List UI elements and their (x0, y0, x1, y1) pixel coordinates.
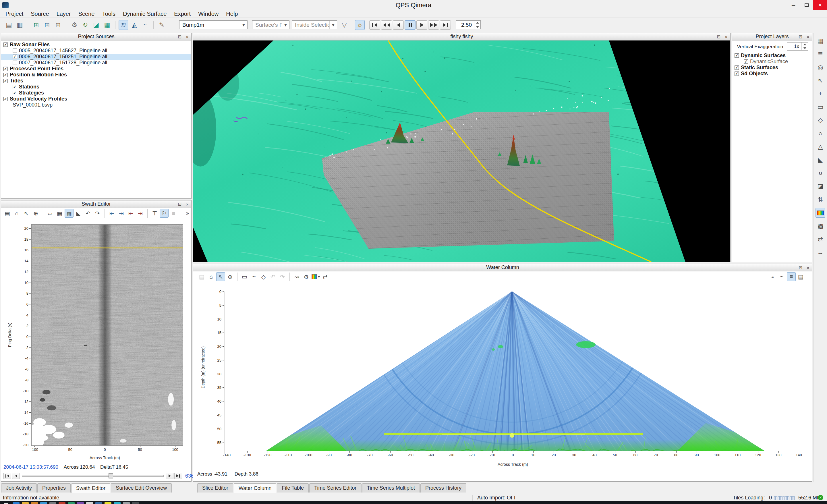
taskbar-app-2[interactable] (22, 502, 29, 504)
tree-checkbox[interactable]: ✓ (3, 79, 8, 83)
target-icon[interactable]: ¤ (816, 168, 825, 178)
menu-item-scene[interactable]: Scene (75, 10, 98, 18)
slider-track[interactable] (22, 475, 164, 477)
amplitude-view-icon[interactable]: ≈ (768, 272, 777, 281)
taskbar-app-4[interactable] (40, 502, 47, 504)
float-panel-icon[interactable]: ⊡ (177, 34, 183, 39)
tree-checkbox[interactable]: ✓ (13, 55, 17, 59)
menu-item-tools[interactable]: Tools (98, 10, 119, 18)
add-position-files-icon[interactable]: ⊞ (53, 20, 63, 30)
tree-checkbox[interactable]: ✓ (735, 71, 739, 76)
first-ping-button[interactable] (3, 473, 11, 479)
tree-checkbox[interactable] (13, 61, 17, 65)
tab-water-column[interactable]: Water Column (234, 483, 276, 493)
float-panel-icon[interactable]: ⊡ (798, 265, 804, 270)
close-panel-icon[interactable]: × (723, 35, 729, 39)
files-filter-combo[interactable]: Surface's Files ▼ (252, 20, 289, 29)
menu-item-dynamic-surface[interactable]: Dynamic Surface (119, 10, 170, 18)
minimize-button[interactable]: – (787, 0, 800, 10)
taskbar-app-9[interactable] (86, 502, 93, 504)
start-button[interactable] (2, 502, 10, 504)
tree-checkbox[interactable]: ✓ (735, 53, 739, 58)
display-settings-icon[interactable]: ⚙ (302, 272, 311, 281)
tab-process-history[interactable]: Process History (421, 483, 466, 493)
swath-image[interactable] (32, 224, 183, 445)
grid-surface-icon[interactable]: ▦ (102, 20, 112, 30)
grid-icon[interactable]: ▦ (55, 209, 64, 218)
lasso-select-icon[interactable]: ~ (249, 272, 258, 281)
taskbar-app-8[interactable] (77, 502, 84, 504)
tree-item-processed-point-files[interactable]: ✓Processed Point Files (1, 66, 191, 72)
tab-properties[interactable]: Properties (37, 483, 70, 493)
add-raw-sonar-icon[interactable]: ⊞ (31, 20, 41, 30)
skip-start-button[interactable] (369, 20, 380, 30)
flag-beams-icon[interactable]: ⚐ (160, 209, 168, 218)
zoom-icon[interactable]: ⊕ (226, 272, 235, 281)
grid-table-icon[interactable]: ▦ (816, 36, 825, 46)
zoom-icon[interactable]: ⊕ (31, 209, 40, 218)
rewind-button[interactable] (381, 20, 392, 30)
float-panel-icon[interactable]: ⊡ (716, 34, 722, 39)
close-button[interactable]: × (813, 0, 827, 10)
tree-item-0006-20040617-150251-pingeline-all[interactable]: ✓0006_20040617_150251_Pingeline.all (1, 54, 191, 60)
close-panel-icon[interactable]: × (805, 35, 811, 39)
last-ping-button[interactable] (174, 473, 182, 479)
tree-item-tides[interactable]: ✓Tides (1, 78, 191, 84)
selection-mode-combo[interactable]: Inside Selection ▼ (292, 20, 337, 29)
menu-item-layer[interactable]: Layer (53, 10, 75, 18)
swap-views-icon[interactable]: ⇄ (816, 234, 825, 244)
tree-item-svp-00001-bsvp[interactable]: SVP_00001.bsvp (1, 102, 191, 108)
pan-view-icon[interactable]: ↔ (816, 248, 825, 257)
tree-item-dynamicsurface[interactable]: ✓DynamicSurface (732, 59, 812, 65)
matrix-icon[interactable]: ▩ (64, 209, 74, 218)
processing-settings-icon[interactable]: ⚙ (69, 20, 79, 30)
tree-checkbox[interactable]: ✓ (13, 91, 17, 95)
reprocess-icon[interactable]: ↻ (81, 20, 90, 30)
taskbar-app-14[interactable] (132, 502, 139, 504)
menu-item-project[interactable]: Project (2, 10, 27, 18)
close-panel-icon[interactable]: × (805, 265, 811, 270)
step-back-button[interactable] (393, 20, 404, 30)
pause-button[interactable] (404, 20, 416, 30)
fast-forward-button[interactable] (428, 20, 439, 30)
tree-checkbox[interactable]: ✓ (744, 59, 748, 64)
tree-item-sd-objects[interactable]: ✓Sd Objects (732, 71, 812, 77)
float-panel-icon[interactable]: ⊡ (177, 202, 183, 207)
taskbar-app-3[interactable] (31, 502, 38, 504)
tree-item-0005-20040617-145627-pingeline-all[interactable]: 0005_20040617_145627_Pingeline.all (1, 48, 191, 54)
scene-3d-canvas[interactable] (193, 41, 730, 262)
surface-combo[interactable]: Bump1m ▼ (179, 20, 247, 29)
menu-item-help[interactable]: Help (222, 10, 242, 18)
menu-item-source[interactable]: Source (27, 10, 53, 18)
taskbar-app-7[interactable] (68, 502, 75, 504)
prev-flagged-icon[interactable]: ⇤ (126, 209, 135, 218)
grid3d-icon[interactable]: ▩ (816, 221, 825, 231)
undo-icon[interactable]: ↶ (269, 272, 277, 281)
tree-checkbox[interactable]: ✓ (735, 65, 739, 70)
spin-up-button[interactable] (474, 21, 480, 25)
tab-time-series-multiplot[interactable]: Time Series Multiplot (362, 483, 420, 493)
taskbar-app-5[interactable] (49, 502, 56, 504)
water-column-toggle-icon[interactable]: ◭ (130, 20, 139, 30)
tree-item-stations[interactable]: ✓Stations (1, 84, 191, 90)
tab-job-activity[interactable]: Job Activity (1, 483, 37, 493)
next-ping-icon[interactable]: ⇥ (117, 209, 126, 218)
save-icon[interactable]: ▤ (3, 209, 12, 218)
profile-toggle-icon[interactable]: ~ (140, 20, 150, 30)
tree-checkbox[interactable]: ✓ (13, 85, 17, 89)
tree-item-sound-velocity-profiles[interactable]: ✓Sound Velocity Profiles (1, 96, 191, 102)
ellipse-select-icon[interactable]: ○ (816, 129, 825, 139)
menu-item-export[interactable]: Export (170, 10, 194, 18)
slider-thumb[interactable] (108, 473, 113, 478)
taskbar-app-12[interactable] (114, 502, 120, 504)
menu-item-window[interactable]: Window (194, 10, 222, 18)
tab-surface-edit-overview[interactable]: Surface Edit Overview (111, 483, 172, 493)
tree-item-strategies[interactable]: ✓Strategies (1, 90, 191, 96)
tree-checkbox[interactable] (13, 49, 17, 53)
taskbar-app-13[interactable] (123, 502, 130, 504)
polygon-select-icon[interactable]: ◇ (259, 272, 268, 281)
taskbar-app-11[interactable] (104, 502, 111, 504)
filter-settings-icon[interactable]: ≡ (169, 209, 178, 218)
play-button[interactable] (417, 20, 427, 30)
tree-item-0007-20040617-151728-pingeline-all[interactable]: 0007_20040617_151728_Pingeline.all (1, 60, 191, 66)
